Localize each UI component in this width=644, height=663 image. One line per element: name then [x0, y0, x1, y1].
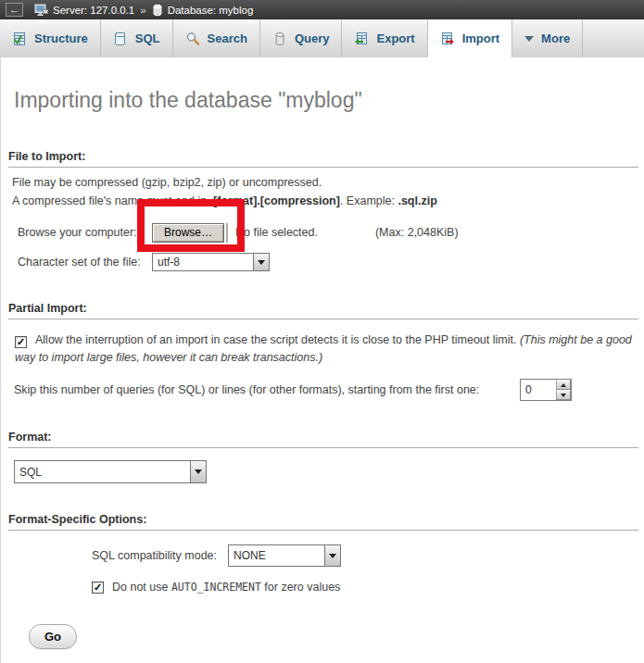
breadcrumb-server[interactable]: Server: 127.0.0.1 — [53, 5, 134, 16]
back-arrow-icon: ← — [9, 5, 19, 15]
allow-interruption-checkbox[interactable]: ✓ — [15, 336, 27, 348]
compression-hint-line1: File may be compressed (gzip, bzip2, zip… — [12, 173, 635, 192]
auto-increment-code: AUTO_INCREMENT — [171, 581, 261, 594]
breadcrumb-separator: » — [139, 5, 146, 16]
phpmyadmin-import-page: ← Server: 127.0.0.1 » Database: myblog — [0, 0, 644, 663]
auto-increment-checkbox[interactable]: ✓ — [92, 582, 104, 594]
tab-bar: Structure SQL Search — [0, 19, 644, 57]
sql-icon — [113, 31, 128, 46]
allow-interruption-row: ✓Allow the interruption of an import in … — [15, 332, 633, 367]
max-size-label: (Max: 2,048KiB) — [375, 226, 459, 239]
section-heading-file-to-import: File to Import: — [8, 150, 638, 168]
section-heading-format: Format: — [8, 431, 638, 448]
tab-export[interactable]: Export — [342, 19, 427, 57]
charset-select[interactable]: utf-8 — [152, 253, 270, 271]
structure-icon — [12, 31, 27, 46]
auto-increment-row: ✓ Do not use AUTO_INCREMENT for zero val… — [92, 581, 644, 594]
hint-text: . Example: — [340, 194, 398, 207]
hint-example: .sql.zip — [398, 194, 436, 207]
auto-increment-text: Do not use AUTO_INCREMENT for zero value… — [112, 581, 340, 594]
charset-label: Character set of the file: — [18, 256, 152, 269]
tab-search[interactable]: Search — [173, 19, 260, 57]
charset-row: Character set of the file: utf-8 — [18, 252, 644, 272]
skip-queries-input[interactable]: 0 — [520, 379, 572, 401]
sql-compatibility-label: SQL compatibility mode: — [92, 549, 228, 562]
breadcrumb-bar: ← Server: 127.0.0.1 » Database: myblog — [0, 0, 644, 19]
server-icon — [34, 4, 48, 17]
import-form: Importing into the database "myblog" Fil… — [0, 57, 644, 663]
triangle-down-icon — [561, 394, 566, 397]
no-file-selected-text: No file selected. — [235, 226, 318, 239]
charset-selected-value: utf-8 — [153, 254, 253, 270]
spinner-down-button[interactable] — [556, 390, 571, 400]
format-select[interactable]: SQL — [14, 460, 207, 483]
tab-sql[interactable]: SQL — [101, 19, 173, 57]
triangle-up-icon — [561, 383, 566, 387]
browse-button[interactable]: Browse… — [152, 223, 224, 243]
skip-queries-row: Skip this number of queries (for SQL) or… — [14, 378, 644, 402]
tab-query[interactable]: Query — [260, 19, 343, 57]
chevron-down-icon — [524, 36, 534, 42]
chevron-down-icon[interactable] — [324, 545, 340, 566]
file-input-divider — [226, 223, 228, 243]
query-icon — [272, 31, 287, 46]
tab-label: Search — [208, 31, 247, 45]
tab-label: Import — [462, 31, 499, 45]
go-button[interactable]: Go — [29, 624, 77, 649]
section-heading-partial-import: Partial Import: — [8, 302, 638, 319]
hint-format-pattern: .[format].[compression] — [210, 194, 340, 207]
tab-more[interactable]: More — [512, 19, 583, 57]
database-icon — [152, 4, 163, 17]
spinner-up-button[interactable] — [556, 380, 571, 390]
tab-structure[interactable]: Structure — [0, 19, 101, 57]
tab-label: Structure — [34, 31, 88, 45]
export-icon — [354, 31, 369, 46]
tab-label: SQL — [135, 31, 160, 45]
page-title: Importing into the database "myblog" — [1, 57, 644, 113]
search-icon — [185, 31, 200, 46]
skip-queries-label: Skip this number of queries (for SQL) or… — [14, 383, 479, 396]
import-icon — [440, 31, 455, 46]
tab-label: More — [541, 31, 570, 45]
hint-text: A compressed file's name must end in — [12, 194, 210, 207]
format-row: SQL — [14, 460, 644, 483]
back-button[interactable]: ← — [6, 3, 23, 17]
tab-label: Query — [295, 31, 330, 45]
compression-hint-line2: A compressed file's name must end in .[f… — [12, 192, 635, 210]
tab-import[interactable]: Import — [428, 19, 512, 57]
format-selected-value: SQL — [15, 461, 190, 482]
sql-compatibility-select[interactable]: NONE — [228, 544, 341, 567]
sql-compatibility-value: NONE — [229, 545, 324, 566]
section-heading-format-options: Format-Specific Options: — [8, 513, 638, 531]
chevron-down-icon[interactable] — [253, 254, 269, 270]
skip-queries-value: 0 — [521, 380, 556, 400]
sql-compatibility-row: SQL compatibility mode: NONE — [92, 544, 644, 567]
tab-label: Export — [376, 31, 414, 45]
chevron-down-icon[interactable] — [190, 461, 206, 482]
file-upload-row: Browse your computer: Browse… No file se… — [18, 221, 644, 244]
checkmark-icon: ✓ — [17, 337, 25, 347]
browse-label: Browse your computer: — [18, 226, 152, 239]
allow-interruption-text: Allow the interruption of an import in c… — [35, 333, 520, 346]
checkmark-icon: ✓ — [94, 582, 102, 593]
breadcrumb-database[interactable]: Database: myblog — [168, 5, 254, 16]
